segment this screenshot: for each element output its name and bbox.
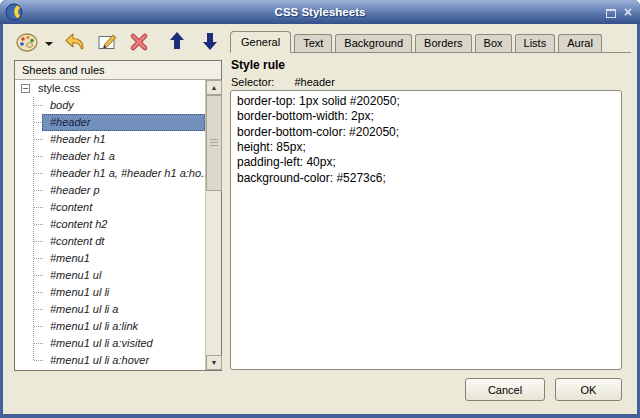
tree-item[interactable]: #menu1 [15,250,205,267]
tab-text[interactable]: Text [294,34,332,52]
tree-item[interactable]: #content dt [15,233,205,250]
tree-scrollbar[interactable]: ▲ ▼ [205,80,221,370]
ok-button[interactable]: OK [555,378,622,401]
rules-tree: – style.css body #header #header h1 #hea… [15,80,221,370]
tree-item-label: #menu1 ul li a:visited [47,335,156,352]
scrollbar-thumb[interactable] [206,95,222,191]
tree-item[interactable]: #content [15,199,205,216]
tree-item[interactable]: #header h1 a [15,148,205,165]
tree-item-label: #content [47,199,95,216]
tree-item-label: body [47,97,77,114]
import-arrow-icon [64,31,86,53]
import-stylesheet-button[interactable] [64,31,86,57]
tree-rows: – style.css body #header #header h1 #hea… [15,80,205,370]
tree-item[interactable]: #menu1 ul li a [15,301,205,318]
tab-strip: General Text Background Borders Box List… [230,31,631,53]
move-up-button[interactable] [167,30,187,56]
tab-background[interactable]: Background [335,34,412,52]
selector-line: Selector:#header [231,76,335,88]
sheets-header: Sheets and rules [15,61,221,80]
delete-rule-button[interactable] [129,32,149,56]
tree-item-label: #menu1 ul li a:hover [47,352,152,369]
tree-item-label: #header h1 a [47,148,118,165]
scrollbar-down-arrow[interactable]: ▼ [206,355,222,370]
tree-item[interactable]: body [15,97,205,114]
tree-item-label: #menu1 ul li a [47,301,122,318]
tree-item-label: #content dt [47,233,107,250]
tree-item-label: #header h1 [47,131,109,148]
down-arrow-icon [200,30,220,52]
selector-label: Selector: [231,76,274,88]
scrollbar-up-arrow[interactable]: ▲ [206,80,222,95]
tree-item-label: #menu1 ul [47,267,104,284]
tree-item-label: #menu1 ul li [47,284,112,301]
tree-item-label: style.css [35,80,83,97]
tree-item-label: #content h2 [47,216,111,233]
tree-item-label: #header [47,114,93,131]
tab-borders[interactable]: Borders [415,34,472,52]
titlebar[interactable]: CSS Stylesheets × [0,0,640,24]
up-arrow-icon [167,30,187,52]
tab-lists[interactable]: Lists [515,34,556,52]
tree-expander-icon[interactable]: – [21,84,30,93]
tree-item-stylesheet[interactable]: – style.css [15,80,205,97]
tree-item-label: #header p [47,182,103,199]
maximize-button[interactable] [606,9,616,18]
tab-general[interactable]: General [230,31,291,53]
edit-icon [97,31,119,53]
new-style-button[interactable] [15,30,39,58]
tab-box[interactable]: Box [475,34,512,52]
tree-item[interactable]: #header h1 [15,131,205,148]
tree-item[interactable]: #menu1 ul li [15,284,205,301]
edit-stylesheet-button[interactable] [97,31,119,57]
dropdown-caret-icon [45,42,53,46]
tree-item[interactable]: #header p [15,182,205,199]
tree-item-selected[interactable]: #header [15,114,205,131]
tree-item[interactable]: #menu1 ul [15,267,205,284]
close-button[interactable]: × [624,4,632,20]
new-style-dropdown-button[interactable] [45,42,53,46]
sheets-panel: Sheets and rules – style.css body #heade… [14,60,222,371]
dialog-content: Sheets and rules – style.css body #heade… [3,24,637,414]
tree-item[interactable]: #header h1 a, #header h1 a:ho... [15,165,205,182]
move-down-button[interactable] [200,30,220,56]
window-title: CSS Stylesheets [0,0,640,24]
window-controls: × [606,4,632,20]
tab-aural[interactable]: Aural [558,34,602,52]
tree-item[interactable]: #menu1 ul li a:link [15,318,205,335]
selector-value: #header [294,76,334,88]
cancel-button[interactable]: Cancel [465,378,545,401]
style-rule-heading: Style rule [231,58,285,72]
css-stylesheets-dialog: CSS Stylesheets × [0,0,640,418]
delete-x-icon [129,32,149,52]
tree-item[interactable]: #menu1 ul li a:hover [15,352,205,369]
tree-item-label: #header h1 a, #header h1 a:ho... [47,165,205,182]
tree-item-label: #menu1 [47,250,93,267]
tree-item-label: #menu1 ul li a:link [47,318,141,335]
tree-item[interactable]: #content h2 [15,216,205,233]
palette-icon [15,30,39,54]
tree-item[interactable]: #menu1 ul li a:visited [15,335,205,352]
declarations-textarea[interactable]: border-top: 1px solid #202050; border-bo… [230,90,622,370]
